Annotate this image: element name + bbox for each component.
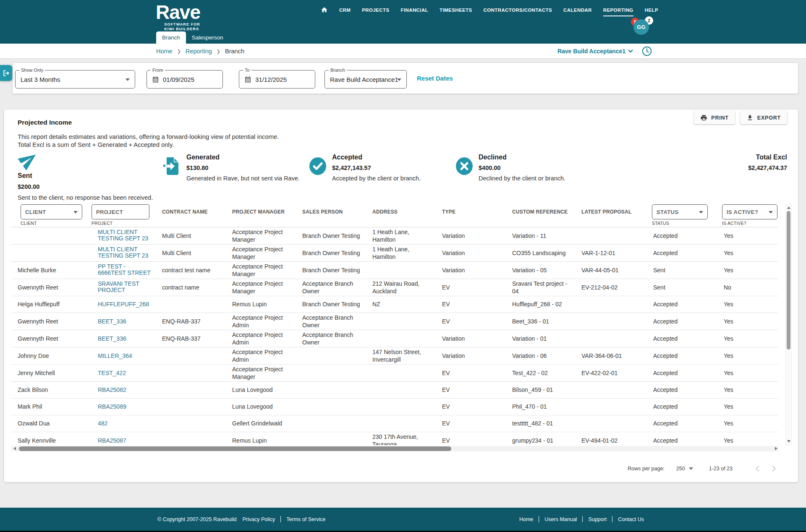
footer-link-contact-us[interactable]: Contact Us xyxy=(618,516,644,522)
project-link[interactable]: TEST_422 xyxy=(98,370,126,376)
nav-item-timesheets[interactable]: TIMESHEETS xyxy=(440,8,472,16)
column-header-sales-person: SALES PERSON xyxy=(296,204,366,220)
cell-client: Zack Bilson xyxy=(11,381,92,398)
chevron-down-icon xyxy=(628,50,633,53)
scroll-right-arrow-icon[interactable] xyxy=(775,447,777,450)
status-filter-select[interactable]: STATUS xyxy=(652,204,708,219)
cell-custom-reference: Phil_470 - 01 xyxy=(506,398,575,415)
branch-filter-select[interactable]: Branch Rave Build Acceptance1 xyxy=(324,70,407,89)
cell-sales-person: Branch Owner Testing xyxy=(296,244,366,261)
column-header-type: TYPE xyxy=(436,204,506,220)
column-header-address: ADDRESS xyxy=(366,204,436,220)
vertical-scrollbar[interactable] xyxy=(785,204,792,445)
footer-link-users-manual[interactable]: Users Manual xyxy=(544,516,577,522)
project-link[interactable]: HUFFLEPUFF_268 xyxy=(98,301,149,308)
column-header-latest-proposal: LATEST PROPOSAL xyxy=(575,204,647,220)
nav-item-projects[interactable]: PROJECTS xyxy=(362,8,389,16)
project-link[interactable]: 482 xyxy=(98,420,107,427)
rave-logo[interactable]: Rave SOFTWARE FORKIWI BUILDERS xyxy=(156,3,200,31)
footer-link-home[interactable]: Home xyxy=(519,516,533,522)
privacy-policy-link[interactable]: Privacy Policy xyxy=(243,516,275,522)
nav-item-financial[interactable]: FINANCIAL xyxy=(400,8,428,16)
cell-project: MULTI CLIENT TESTING SEPT 23 xyxy=(92,244,156,261)
report-description: This report details estimates and variat… xyxy=(4,133,798,149)
project-link[interactable]: SRAVANI TEST PROJECT xyxy=(98,281,151,293)
cell-client: Gwennyth Reet xyxy=(11,330,92,347)
breadcrumb-home[interactable]: Home xyxy=(156,48,173,55)
project-link[interactable]: MULTI CLIENT TESTING SEPT 23 xyxy=(98,246,151,259)
cell-latest-proposal xyxy=(575,415,647,432)
cell-type: EV xyxy=(436,415,506,432)
show-only-select[interactable]: Show Only Last 3 Months xyxy=(15,70,135,89)
home-icon[interactable] xyxy=(321,6,328,18)
to-date-input[interactable]: To 31/12/2025 xyxy=(239,70,315,89)
history-clock-icon[interactable] xyxy=(641,46,652,57)
project-link[interactable]: RBA25089 xyxy=(98,404,126,410)
cell-type: Variation xyxy=(436,347,506,364)
scroll-up-arrow-icon[interactable] xyxy=(787,206,790,209)
cell-project: RBA25082 xyxy=(92,381,156,398)
scroll-down-arrow-icon[interactable] xyxy=(787,440,790,443)
project-link[interactable]: BEET_336 xyxy=(98,318,126,325)
export-button[interactable]: EXPORT xyxy=(740,111,787,124)
footer-link-support[interactable]: Support xyxy=(588,516,607,522)
project-link[interactable]: BEET_336 xyxy=(98,336,126,342)
nav-item-reporting[interactable]: REPORTING xyxy=(603,8,633,16)
table-row: Michelle BurkePP TEST - 6666TEST STREETc… xyxy=(11,261,778,279)
branch-selector[interactable]: Rave Build Acceptance1 xyxy=(557,48,633,55)
cell-project: BEET_336 xyxy=(92,313,156,330)
rows-per-page-select[interactable]: 250 xyxy=(676,466,693,472)
top-bar: Rave SOFTWARE FORKIWI BUILDERS CRMPROJEC… xyxy=(0,0,806,44)
side-panel-toggle-button[interactable] xyxy=(0,65,12,81)
previous-page-button[interactable] xyxy=(753,464,763,474)
breadcrumb-reporting[interactable]: Reporting xyxy=(186,48,212,55)
cell-sales-person: Acceptance Branch Owner xyxy=(296,279,366,296)
project-filter-input[interactable]: PROJECT xyxy=(92,204,149,219)
cell-address: 230 17th Avenue, Tauranga xyxy=(366,432,436,445)
cell-contract-name xyxy=(156,415,226,432)
stat-generated: Generated $130.80 Generated in Rave, but… xyxy=(163,154,300,182)
cell-contract-name xyxy=(156,347,226,364)
reset-dates-link[interactable]: Reset Dates xyxy=(417,63,453,94)
print-button[interactable]: PRINT xyxy=(694,111,735,124)
filter-card: Show Only Last 3 Months From 01/09/2025 … xyxy=(13,63,798,94)
avatar[interactable]: GG xyxy=(633,19,649,35)
cell-status: Accepted xyxy=(647,415,717,432)
scroll-left-arrow-icon[interactable] xyxy=(13,447,16,450)
nav-item-calendar[interactable]: CALENDAR xyxy=(563,8,592,16)
cell-custom-reference: Variation - 05 xyxy=(506,261,575,279)
tab-salesperson[interactable]: Salesperson xyxy=(186,31,229,44)
tab-branch[interactable]: Branch xyxy=(156,31,186,44)
cell-project: 482 xyxy=(92,415,156,432)
cell-sales-person: Acceptance Branch Owner xyxy=(296,330,366,347)
calendar-icon xyxy=(244,76,251,83)
nav-item-help[interactable]: HELP xyxy=(645,8,658,16)
is-active-filter-select[interactable]: IS ACTIVE? xyxy=(722,204,777,219)
column-label-status: STATUS xyxy=(647,220,717,227)
project-link[interactable]: RBA25087 xyxy=(98,438,126,444)
from-date-input[interactable]: From 01/09/2025 xyxy=(147,70,223,89)
cell-project-manager: Remus Lupin xyxy=(226,432,296,445)
project-link[interactable]: MULTI CLIENT TESTING SEPT 23 xyxy=(98,229,151,242)
horizontal-scrollbar-thumb[interactable] xyxy=(19,446,451,451)
project-link[interactable]: MILLER_364 xyxy=(98,353,132,359)
vertical-scrollbar-thumb[interactable] xyxy=(787,211,790,349)
cell-project: MULTI CLIENT TESTING SEPT 23 xyxy=(92,227,156,245)
cell-client: Sally Kennville xyxy=(11,432,92,445)
next-page-button[interactable] xyxy=(769,464,779,474)
cell-custom-reference: Variation - 11 xyxy=(506,227,575,245)
cell-project-manager: Acceptance Project Manager xyxy=(226,244,296,261)
cell-address xyxy=(366,364,436,381)
cell-client: Gwennyth Reet xyxy=(11,279,92,296)
chevron-down-icon xyxy=(769,211,773,214)
project-link[interactable]: PP TEST - 6666TEST STREET xyxy=(98,263,151,276)
nav-item-crm[interactable]: CRM xyxy=(339,8,351,16)
nav-item-contractors-contacts[interactable]: CONTRACTORS/CONTACTS xyxy=(484,8,552,16)
client-filter-select[interactable]: CLIENT xyxy=(21,204,82,219)
terms-of-service-link[interactable]: Terms of Service xyxy=(286,516,325,522)
project-link[interactable]: RBA25082 xyxy=(98,387,126,393)
generated-doc-icon xyxy=(163,157,181,182)
horizontal-scrollbar[interactable] xyxy=(11,446,778,451)
send-icon xyxy=(19,150,156,171)
footer-separator xyxy=(612,516,612,522)
